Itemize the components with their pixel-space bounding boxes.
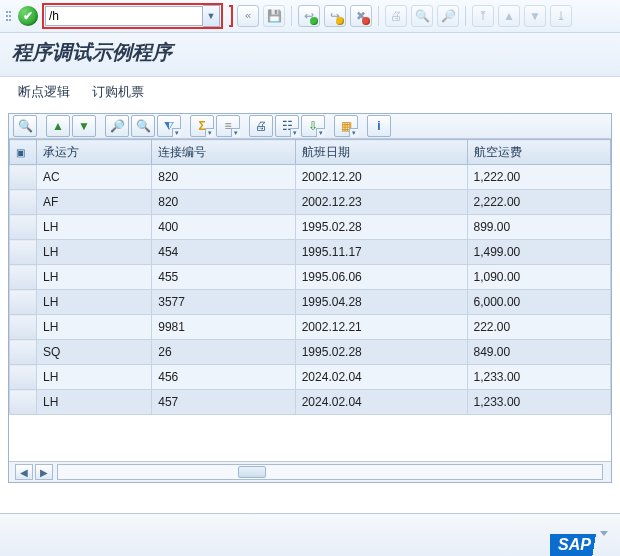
- alv-toolbar: 🔍 ▲ ▼ 🔎 🔍 ⧨▾ Σ▾ ≡▾ 🖨 ☷▾ ⇩▾ ▦▾ i: [9, 114, 611, 139]
- cell-conn: 457: [152, 390, 295, 415]
- enter-button[interactable]: ✔: [18, 6, 38, 26]
- cell-date: 1995.06.06: [295, 265, 467, 290]
- cell-date: 2002.12.23: [295, 190, 467, 215]
- system-toolbar: ✔ ▼ « 💾 ↩ ↪ ✖ 🖨 🔍 🔎 ⤒ ▲ ▼ ⤓: [0, 0, 620, 33]
- prev-page-button[interactable]: ▲: [498, 5, 520, 27]
- select-all-header[interactable]: ▣: [10, 140, 37, 165]
- scroll-thumb[interactable]: [238, 466, 266, 478]
- cell-carrier: SQ: [37, 340, 152, 365]
- table-row[interactable]: AF8202002.12.232,222.00: [10, 190, 611, 215]
- command-history-dropdown[interactable]: ▼: [203, 5, 220, 27]
- cell-conn: 3577: [152, 290, 295, 315]
- cell-carrier: LH: [37, 290, 152, 315]
- print-button[interactable]: 🖨: [249, 115, 273, 137]
- cell-conn: 26: [152, 340, 295, 365]
- nav-back-button[interactable]: ↩: [298, 5, 320, 27]
- table-row[interactable]: LH99812002.12.21222.00: [10, 315, 611, 340]
- layout-button[interactable]: ▦▾: [334, 115, 358, 137]
- cell-conn: 456: [152, 365, 295, 390]
- title-bar: 程序调试示例程序: [0, 33, 620, 77]
- col-carrier[interactable]: 承运方: [37, 140, 152, 165]
- status-bar: SAP: [0, 513, 620, 556]
- menu-handle-icon: [4, 5, 14, 27]
- command-field[interactable]: [45, 6, 203, 26]
- menu-breakpoint-logic[interactable]: 断点逻辑: [18, 83, 70, 101]
- toolbar-separator: [378, 6, 379, 26]
- cell-date: 1995.02.28: [295, 215, 467, 240]
- info-button[interactable]: i: [367, 115, 391, 137]
- col-conn[interactable]: 连接编号: [152, 140, 295, 165]
- table-row[interactable]: LH35771995.04.286,000.00: [10, 290, 611, 315]
- views-button[interactable]: ☷▾: [275, 115, 299, 137]
- nav-exit-button[interactable]: ↪: [324, 5, 346, 27]
- cell-date: 2002.12.21: [295, 315, 467, 340]
- table-row[interactable]: LH4551995.06.061,090.00: [10, 265, 611, 290]
- scroll-right-button[interactable]: ▶: [35, 464, 53, 480]
- cell-fare: 6,000.00: [467, 290, 610, 315]
- row-selector[interactable]: [10, 390, 37, 415]
- last-page-button[interactable]: ⤓: [550, 5, 572, 27]
- cell-conn: 9981: [152, 315, 295, 340]
- next-page-button[interactable]: ▼: [524, 5, 546, 27]
- row-selector[interactable]: [10, 340, 37, 365]
- row-selector[interactable]: [10, 315, 37, 340]
- row-selector[interactable]: [10, 190, 37, 215]
- cell-fare: 1,233.00: [467, 390, 610, 415]
- save-button[interactable]: 💾: [263, 5, 285, 27]
- table-row[interactable]: LH4562024.02.041,233.00: [10, 365, 611, 390]
- cell-conn: 400: [152, 215, 295, 240]
- scroll-track[interactable]: [57, 464, 603, 480]
- sort-asc-button[interactable]: ▲: [46, 115, 70, 137]
- cell-conn: 820: [152, 165, 295, 190]
- nav-cancel-button[interactable]: ✖: [350, 5, 372, 27]
- horizontal-scrollbar[interactable]: ◀ ▶: [9, 461, 611, 482]
- subtotal-button[interactable]: ≡▾: [216, 115, 240, 137]
- row-selector[interactable]: [10, 290, 37, 315]
- details-button[interactable]: 🔍: [13, 115, 37, 137]
- bracket-icon: [227, 5, 233, 27]
- scroll-left-button[interactable]: ◀: [15, 464, 33, 480]
- find-button[interactable]: 🔍: [411, 5, 433, 27]
- cell-carrier: AC: [37, 165, 152, 190]
- row-selector[interactable]: [10, 240, 37, 265]
- menu-book-ticket[interactable]: 订购机票: [92, 83, 144, 101]
- cell-fare: 1,090.00: [467, 265, 610, 290]
- table-row[interactable]: LH4572024.02.041,233.00: [10, 390, 611, 415]
- sort-desc-button[interactable]: ▼: [72, 115, 96, 137]
- alv-container: 🔍 ▲ ▼ 🔎 🔍 ⧨▾ Σ▾ ≡▾ 🖨 ☷▾ ⇩▾ ▦▾ i ▣ 承运方 连接…: [8, 113, 612, 483]
- alv-grid: ▣ 承运方 连接编号 航班日期 航空运费 AC8202002.12.201,22…: [9, 139, 611, 461]
- cell-date: 2002.12.20: [295, 165, 467, 190]
- toolbar-separator: [465, 6, 466, 26]
- row-selector[interactable]: [10, 215, 37, 240]
- row-selector[interactable]: [10, 265, 37, 290]
- cell-carrier: AF: [37, 190, 152, 215]
- print-button[interactable]: 🖨: [385, 5, 407, 27]
- table-row[interactable]: LH4001995.02.28899.00: [10, 215, 611, 240]
- col-date[interactable]: 航班日期: [295, 140, 467, 165]
- first-page-button[interactable]: ⤒: [472, 5, 494, 27]
- table-row[interactable]: AC8202002.12.201,222.00: [10, 165, 611, 190]
- cell-date: 1995.04.28: [295, 290, 467, 315]
- cell-fare: 222.00: [467, 315, 610, 340]
- col-fare[interactable]: 航空运费: [467, 140, 610, 165]
- find-next-button[interactable]: 🔍: [131, 115, 155, 137]
- table-row[interactable]: LH4541995.11.171,499.00: [10, 240, 611, 265]
- cell-fare: 899.00: [467, 215, 610, 240]
- export-button[interactable]: ⇩▾: [301, 115, 325, 137]
- cell-carrier: LH: [37, 390, 152, 415]
- cell-date: 2024.02.04: [295, 390, 467, 415]
- filter-button[interactable]: ⧨▾: [157, 115, 181, 137]
- page-title: 程序调试示例程序: [12, 39, 608, 66]
- total-button[interactable]: Σ▾: [190, 115, 214, 137]
- toolbar-separator: [291, 6, 292, 26]
- table-row[interactable]: SQ261995.02.28849.00: [10, 340, 611, 365]
- find-next-button[interactable]: 🔎: [437, 5, 459, 27]
- cell-date: 2024.02.04: [295, 365, 467, 390]
- row-selector[interactable]: [10, 365, 37, 390]
- row-selector[interactable]: [10, 165, 37, 190]
- cell-carrier: LH: [37, 240, 152, 265]
- find-button[interactable]: 🔎: [105, 115, 129, 137]
- sap-logo: SAP: [550, 534, 612, 556]
- back-button[interactable]: «: [237, 5, 259, 27]
- cell-date: 1995.02.28: [295, 340, 467, 365]
